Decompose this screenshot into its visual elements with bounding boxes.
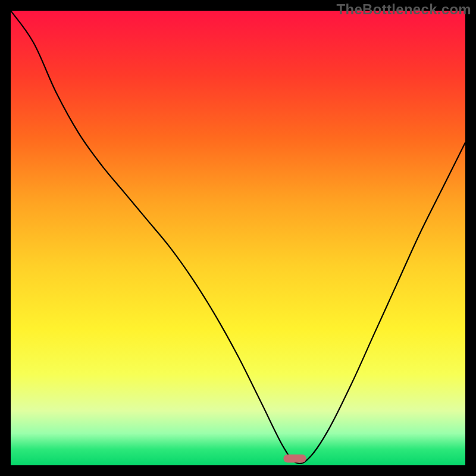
chart-frame: TheBottleneck.com — [0, 0, 476, 476]
optimum-marker — [283, 455, 306, 463]
watermark-text: TheBottleneck.com — [337, 1, 471, 18]
plot-area — [11, 11, 465, 465]
bottleneck-curve — [11, 11, 465, 464]
bottleneck-curve-svg — [11, 11, 465, 465]
